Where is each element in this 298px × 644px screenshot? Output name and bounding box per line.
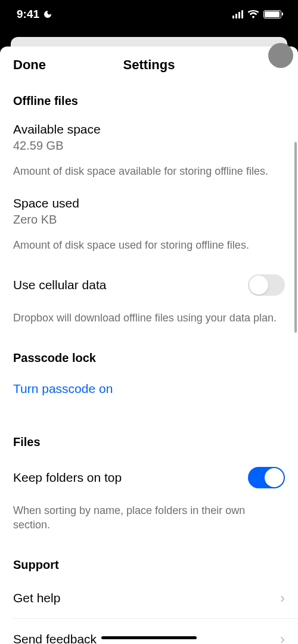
avatar[interactable] bbox=[268, 43, 293, 68]
get-help-row[interactable]: Get help › bbox=[0, 578, 298, 618]
cellular-data-row[interactable]: Use cellular data bbox=[0, 262, 298, 303]
nav-header: Done Settings bbox=[0, 47, 298, 83]
wifi-icon bbox=[247, 10, 259, 18]
keep-folders-description: When sorting by name, place folders in t… bbox=[0, 496, 298, 541]
status-bar: 9:41 bbox=[0, 0, 298, 29]
section-header-offline: Offline files bbox=[0, 83, 298, 114]
keep-folders-label: Keep folders on top bbox=[13, 470, 248, 485]
done-button[interactable]: Done bbox=[13, 57, 46, 73]
scroll-indicator[interactable] bbox=[294, 142, 297, 333]
home-indicator[interactable] bbox=[101, 636, 197, 639]
chevron-right-icon: › bbox=[280, 590, 285, 606]
chevron-right-icon: › bbox=[280, 631, 285, 644]
toggle-knob bbox=[249, 275, 268, 295]
space-used-label: Space used bbox=[13, 196, 285, 210]
section-header-files: Files bbox=[0, 407, 298, 455]
space-used-row[interactable]: Space used Zero KB bbox=[0, 188, 298, 230]
get-help-label: Get help bbox=[13, 591, 280, 605]
keep-folders-row[interactable]: Keep folders on top bbox=[0, 455, 298, 496]
available-space-label: Available space bbox=[13, 122, 285, 137]
cellular-data-description: Dropbox will download offline files usin… bbox=[0, 303, 298, 335]
battery-icon bbox=[263, 10, 281, 18]
page-title: Settings bbox=[123, 57, 175, 73]
section-header-passcode: Passcode lock bbox=[0, 335, 298, 371]
settings-sheet: Done Settings Offline files Available sp… bbox=[0, 47, 298, 644]
turn-passcode-on-link[interactable]: Turn passcode on bbox=[0, 371, 298, 407]
available-space-description: Amount of disk space available for stori… bbox=[0, 156, 298, 188]
keep-folders-toggle[interactable] bbox=[248, 467, 285, 488]
available-space-row[interactable]: Available space 42.59 GB bbox=[0, 114, 298, 156]
space-used-description: Amount of disk space used for storing of… bbox=[0, 230, 298, 262]
space-used-value: Zero KB bbox=[13, 213, 285, 227]
settings-content[interactable]: Offline files Available space 42.59 GB A… bbox=[0, 83, 298, 644]
do-not-disturb-icon bbox=[43, 10, 52, 19]
toggle-knob bbox=[265, 468, 284, 487]
available-space-value: 42.59 GB bbox=[13, 139, 285, 153]
cellular-signal-icon bbox=[232, 10, 243, 18]
cellular-data-toggle[interactable] bbox=[248, 274, 285, 296]
section-header-support: Support bbox=[0, 541, 298, 578]
cellular-data-label: Use cellular data bbox=[13, 278, 248, 292]
status-time: 9:41 bbox=[17, 8, 39, 21]
send-feedback-row[interactable]: Send feedback › bbox=[0, 619, 298, 644]
